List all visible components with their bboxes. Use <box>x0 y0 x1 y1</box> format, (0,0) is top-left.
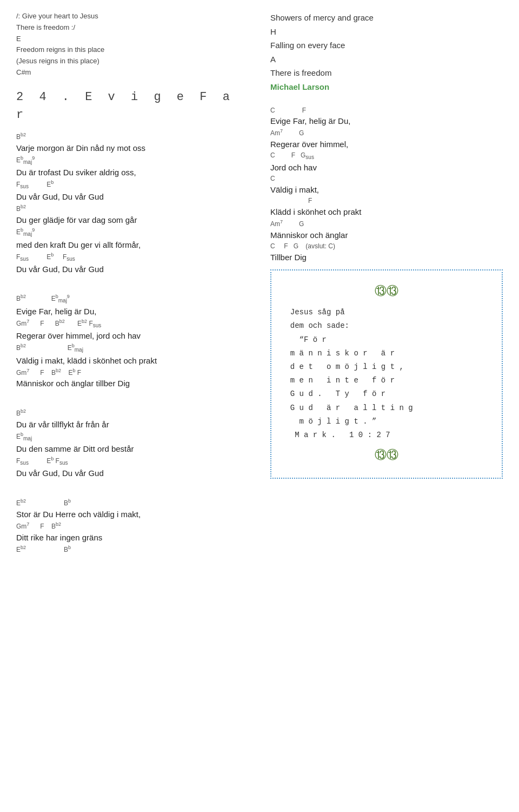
right-chord-f: F <box>270 196 503 206</box>
quote-line4: m ä n n i s k o r ä r <box>281 347 492 360</box>
lyric-du-var-gud-3: Du vår Gud, Du vår Gud <box>16 467 249 480</box>
right-lyric-evige: Evige Far, helig är Du, <box>270 115 503 128</box>
chord-gm7-f-bb2-eb-f: Gm7 F Bb2 Eb F <box>16 367 249 378</box>
header-line7: C#m <box>16 67 249 78</box>
verse2-block: Bb2 Du är vår tillflykt år från år Ebmaj… <box>16 395 249 480</box>
chord-fsus-eb-fsus-v2: Fsus Eb Fsus <box>16 455 249 467</box>
lyric-du-ar-var: Du är vår tillflykt år från år <box>16 418 249 431</box>
chord-bb2-ebmaj: Bb2 Ebmaj <box>16 342 249 354</box>
section-title: 2 4 . E v i g e F a r <box>16 88 249 124</box>
header-line2: There is freedom :/ <box>16 22 249 34</box>
chord-eb2-bb-v3: Eb2 Bb <box>16 544 249 554</box>
header-line5: Freedom reigns in this place <box>16 44 249 56</box>
header-line4: E <box>16 34 249 45</box>
right-chord-am7-g2: Am7 G <box>270 219 503 229</box>
header-line6: (Jesus reigns in this place) <box>16 56 249 67</box>
header-right-line4: A <box>270 52 503 67</box>
quote-line10: M a r k . 1 0 : 2 7 <box>281 428 492 442</box>
quote-line2: dem och sade: <box>281 319 492 333</box>
right-chord-c-f-g-avslut: C F G (avslut: C) <box>270 242 503 251</box>
quote-line9: m ö j l i g t . ” <box>281 415 492 428</box>
header-right-line2: H <box>270 25 503 39</box>
header-line1: /: Give your heart to Jesus <box>16 11 249 22</box>
lyric-du-ger-gladje: Du ger glädje för var dag som går <box>16 214 249 227</box>
lyric-ditt-rike: Ditt rike har ingen gräns <box>16 531 249 544</box>
chord-ebmaj-v2: Ebmaj <box>16 431 249 443</box>
chord-bb2-ebmaj9: Bb2 Ebmaj9 <box>16 293 249 305</box>
lyric-med-den-kraft: med den kraft Du ger vi allt förmår, <box>16 239 249 252</box>
lyric-du-var-gud-2: Du vår Gud, Du vår Gud <box>16 263 249 276</box>
right-lyric-valdig: Väldig i makt, <box>270 183 503 196</box>
chord-gm7-f-bb2-v3: Gm7 F Bb2 <box>16 521 249 531</box>
page-container: /: Give your heart to Jesus There is fre… <box>16 11 503 559</box>
chord-gm7-f-bb2-eb2-fsus: Gm7 F Bb2 Eb2 Fsus <box>16 318 249 329</box>
dotted-quote-box: ⑬⑬ Jesus såg på dem och sade: “F ö r m ä… <box>270 269 503 479</box>
chord-fsus-eb: Fsus Eb <box>16 179 249 190</box>
right-lyric-regerar: Regerar över himmel, <box>270 138 503 151</box>
chord-ebmaj9-2: Ebmaj9 <box>16 227 249 238</box>
header-left: /: Give your heart to Jesus There is fre… <box>16 11 249 78</box>
header-right-line3: Falling on every face <box>270 38 503 52</box>
quote-line3: “F ö r <box>281 333 492 347</box>
left-column: /: Give your heart to Jesus There is fre… <box>16 11 249 559</box>
right-chord-c: C <box>270 174 503 183</box>
right-lyric-tillber: Tillber Dig <box>270 251 503 264</box>
right-chord-c-f-gsus: C F Gsus <box>270 151 503 161</box>
header-right-line1: Showers of mercy and grace <box>270 11 503 25</box>
header-right-line5: There is freedom <box>270 66 503 80</box>
header-right: Showers of mercy and grace H Falling on … <box>270 11 503 94</box>
lyric-evige-far: Evige Far, helig är Du, <box>16 305 249 318</box>
verse3-block: Eb2 Bb Stor är Du Herre och väldig i mak… <box>16 485 249 554</box>
lyric-du-var-gud-1: Du vår Gud, Du vår Gud <box>16 190 249 203</box>
right-chord-c-f: C F <box>270 106 503 115</box>
chorus-block: Bb2 Ebmaj9 Evige Far, helig är Du, Gm7 F… <box>16 281 249 390</box>
quote-line6: m e n i n t e f ö r <box>281 374 492 387</box>
lyric-regerar-over: Regerar över himmel, jord och hav <box>16 329 249 342</box>
right-lyric-kladd: Klädd i skönhet och prakt <box>270 206 503 219</box>
right-lyric-manniskor: Människor och änglar <box>270 229 503 242</box>
quote-line1: Jesus såg på <box>281 306 492 319</box>
chord-bb2-v2: Bb2 <box>16 408 249 418</box>
right-chord-am7-g: Am7 G <box>270 128 503 138</box>
quote-line5: d e t o m ö j l i g t , <box>281 360 492 374</box>
ornament-top: ⑬⑬ <box>281 281 492 303</box>
chord-bb2: Bb2 <box>16 131 249 142</box>
quote-line7: G u d . T y f ö r <box>281 387 492 401</box>
lyric-valdig-i-makt: Väldig i makt, klädd i skönhet och prakt <box>16 354 249 367</box>
chord-bb2-2: Bb2 <box>16 203 249 214</box>
ornament-bottom: ⑬⑬ <box>281 445 492 467</box>
right-chorus-block: C F Evige Far, helig är Du, Am7 G Regera… <box>270 106 503 264</box>
chord-eb2-bb: Eb2 Bb <box>16 498 249 508</box>
lyric-du-den-samme: Du den samme är Ditt ord består <box>16 443 249 455</box>
lyric-du-ar-trofast: Du är trofast Du sviker aldrig oss, <box>16 166 249 179</box>
lyric-manniskor: Människor och änglar tillber Dig <box>16 377 249 390</box>
lyric-stor-ar-du: Stor är Du Herre och väldig i makt, <box>16 508 249 521</box>
right-lyric-jord: Jord och hav <box>270 161 503 174</box>
chord-ebmaj9: Ebmaj9 <box>16 155 249 166</box>
verse1-block: Bb2 Varje morgon är Din nåd ny mot oss E… <box>16 131 249 276</box>
quote-line8: G u d ä r a l l t i n g <box>281 401 492 415</box>
lyric-varje: Varje morgon är Din nåd ny mot oss <box>16 142 249 155</box>
author-name: Michael Larson <box>270 80 503 94</box>
right-column: Showers of mercy and grace H Falling on … <box>270 11 503 559</box>
chord-fsus-eb-fsus: Fsus Eb Fsus <box>16 252 249 263</box>
